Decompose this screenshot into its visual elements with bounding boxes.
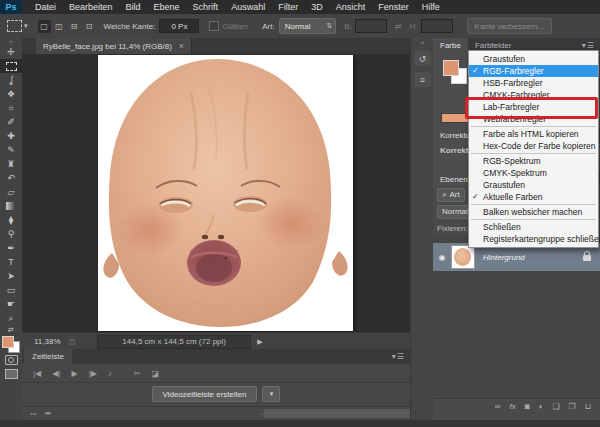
screen-mode-button[interactable] bbox=[0, 367, 22, 381]
quick-mask-button[interactable] bbox=[0, 353, 22, 367]
foreground-color-swatch[interactable] bbox=[2, 336, 14, 348]
expand-dock-icon[interactable]: « bbox=[421, 39, 424, 45]
menu-ansicht[interactable]: Ansicht bbox=[336, 2, 366, 12]
selection-mode-subtract-icon[interactable]: ⊟ bbox=[68, 20, 81, 33]
antialias-checkbox[interactable] bbox=[209, 21, 219, 31]
new-layer-icon[interactable]: ❐ bbox=[569, 402, 576, 411]
status-arrow-icon[interactable]: ▶ bbox=[257, 338, 262, 346]
timeline-panel-menu-icon[interactable]: ▾☰ bbox=[392, 352, 405, 361]
document-tab[interactable]: RyBelle_face.jpg bei 11,4% (RGB/8) × bbox=[36, 38, 192, 54]
swap-colors-icon[interactable]: ⇄ bbox=[0, 325, 22, 334]
add-mask-icon[interactable]: ◙ bbox=[525, 402, 530, 411]
next-frame-icon[interactable]: |▶ bbox=[89, 369, 97, 378]
new-group-icon[interactable]: ❏ bbox=[552, 402, 559, 411]
menu-item-webfarbenregler[interactable]: Webfarbenregler bbox=[469, 113, 598, 125]
menu-item-farbe-als-html[interactable]: Farbe als HTML kopieren bbox=[469, 128, 598, 140]
pen-tool[interactable]: ✒ bbox=[0, 241, 22, 255]
timeline-tab[interactable]: Zeitleiste bbox=[24, 349, 72, 364]
zoom-level[interactable]: 11,38% bbox=[34, 337, 61, 346]
menu-item-graustufen-1[interactable]: Graustufen bbox=[469, 53, 598, 65]
menu-item-schliessen[interactable]: Schließen bbox=[469, 221, 598, 233]
layer-filter-select[interactable]: ⌕ Art bbox=[437, 188, 465, 202]
link-layers-icon[interactable]: ∞ bbox=[495, 402, 501, 411]
document-canvas[interactable] bbox=[98, 55, 353, 331]
crop-tool[interactable]: ⌗ bbox=[0, 101, 22, 115]
export-arrow-icon[interactable]: ➦ bbox=[44, 409, 51, 418]
menu-filter[interactable]: Filter bbox=[278, 2, 298, 12]
menu-bearbeiten[interactable]: Bearbeiten bbox=[69, 2, 113, 12]
lasso-tool[interactable]: ʆ bbox=[0, 73, 22, 87]
scissors-icon[interactable]: ✂ bbox=[134, 369, 141, 378]
eyedropper-tool[interactable]: ✐ bbox=[0, 115, 22, 129]
selection-mode-new-icon[interactable]: ▢ bbox=[38, 20, 51, 33]
delete-layer-icon[interactable]: ⊔ bbox=[585, 402, 591, 411]
menu-item-hex-code[interactable]: Hex-Code der Farbe kopieren bbox=[469, 140, 598, 152]
preset-dropdown-icon[interactable]: ▾ bbox=[24, 22, 28, 30]
close-tab-icon[interactable]: × bbox=[179, 41, 184, 51]
path-selection-tool[interactable]: ➤ bbox=[0, 269, 22, 283]
layer-thumbnail[interactable] bbox=[451, 245, 475, 269]
menu-item-aktuelle-farben[interactable]: ✓ Aktuelle Farben bbox=[469, 191, 598, 203]
timeline-scrollbar[interactable] bbox=[264, 409, 410, 418]
menu-item-balken-websicher[interactable]: Balken websicher machen bbox=[469, 206, 598, 218]
menu-fenster[interactable]: Fenster bbox=[378, 2, 409, 12]
marquee-tool[interactable] bbox=[0, 59, 22, 73]
layer-visibility-eye-icon[interactable]: ◉ bbox=[433, 253, 451, 262]
play-icon[interactable]: ▶ bbox=[71, 369, 77, 378]
zoom-tool[interactable]: ⌕ bbox=[0, 311, 22, 325]
transition-icon[interactable]: ◪ bbox=[152, 369, 160, 378]
canvas-pasteboard[interactable] bbox=[22, 54, 410, 332]
gradient-tool[interactable] bbox=[0, 199, 22, 213]
style-select-value: Normal bbox=[285, 22, 311, 31]
type-tool[interactable]: T bbox=[0, 255, 22, 269]
menu-schrift[interactable]: Schrift bbox=[193, 2, 219, 12]
adjustment-layer-icon[interactable]: ◐ bbox=[539, 402, 544, 411]
shape-tool[interactable]: ▭ bbox=[0, 283, 22, 297]
eraser-tool[interactable]: ▱ bbox=[0, 185, 22, 199]
blur-tool[interactable]: ⧫ bbox=[0, 213, 22, 227]
selection-mode-add-icon[interactable]: ◫ bbox=[53, 20, 66, 33]
frames-icon[interactable]: ▪▪▪ bbox=[30, 411, 36, 417]
menu-item-lab-farbregler[interactable]: Lab-Farbregler bbox=[469, 101, 598, 113]
create-timeline-dropdown[interactable]: ▾ bbox=[262, 386, 280, 402]
layer-style-fx-icon[interactable]: fx bbox=[509, 402, 515, 411]
menu-item-hsb-farbregler[interactable]: HSB-Farbregler bbox=[469, 77, 598, 89]
clone-stamp-tool[interactable]: ♜ bbox=[0, 157, 22, 171]
history-brush-tool[interactable]: ↶ bbox=[0, 171, 22, 185]
menu-item-cmyk-spektrum[interactable]: CMYK-Spektrum bbox=[469, 167, 598, 179]
create-video-timeline-button[interactable]: Videozeitleiste erstellen bbox=[152, 386, 258, 402]
tool-preset-icon[interactable] bbox=[7, 20, 22, 32]
color-swatches[interactable] bbox=[2, 336, 20, 353]
style-select[interactable]: Normal ⇅ bbox=[279, 18, 337, 34]
menu-item-rgb-spektrum[interactable]: RGB-Spektrum bbox=[469, 155, 598, 167]
previous-frame-icon[interactable]: ◀| bbox=[52, 369, 60, 378]
move-tool[interactable]: ✛ bbox=[0, 45, 22, 59]
go-to-start-icon[interactable]: |◀ bbox=[33, 369, 41, 378]
panel-foreground-swatch[interactable] bbox=[443, 60, 459, 76]
brush-tool[interactable]: ✎ bbox=[0, 143, 22, 157]
selection-mode-intersect-icon[interactable]: ⊡ bbox=[83, 20, 96, 33]
layer-name: Hintergrund bbox=[483, 253, 525, 262]
menu-item-rgb-farbregler[interactable]: ✓ RGB-Farbregler bbox=[469, 65, 598, 77]
menu-item-graustufen-2[interactable]: Graustufen bbox=[469, 179, 598, 191]
quick-selection-tool[interactable]: ❖ bbox=[0, 87, 22, 101]
menu-ebene[interactable]: Ebene bbox=[154, 2, 180, 12]
history-panel-icon[interactable]: ↺ bbox=[414, 51, 431, 66]
menu-3d[interactable]: 3D bbox=[311, 2, 323, 12]
color-panel-menu-icon[interactable]: ▾☰ bbox=[582, 41, 595, 50]
zoom-out-thumb-icon[interactable]: ▫ bbox=[261, 411, 263, 417]
hand-tool[interactable]: ☛ bbox=[0, 297, 22, 311]
healing-brush-tool[interactable]: ✚ bbox=[0, 129, 22, 143]
audio-icon[interactable]: ♪ bbox=[108, 369, 112, 378]
menu-item-cmyk-farbregler[interactable]: CMYK-Farbregler bbox=[469, 89, 598, 101]
menu-datei[interactable]: Datei bbox=[35, 2, 56, 12]
tab-farbe[interactable]: Farbe bbox=[433, 38, 468, 53]
feather-input[interactable]: 0 Px bbox=[159, 19, 199, 33]
properties-panel-icon[interactable]: ≡ bbox=[414, 72, 431, 87]
menu-item-registerkartengruppe[interactable]: Registerkartengruppe schließen bbox=[469, 233, 598, 245]
menu-auswahl[interactable]: Auswahl bbox=[231, 2, 265, 12]
menu-bild[interactable]: Bild bbox=[126, 2, 141, 12]
dodge-tool[interactable]: ⚲ bbox=[0, 227, 22, 241]
menu-hilfe[interactable]: Hilfe bbox=[422, 2, 440, 12]
collapse-toolbar-icon[interactable]: « bbox=[9, 38, 12, 45]
